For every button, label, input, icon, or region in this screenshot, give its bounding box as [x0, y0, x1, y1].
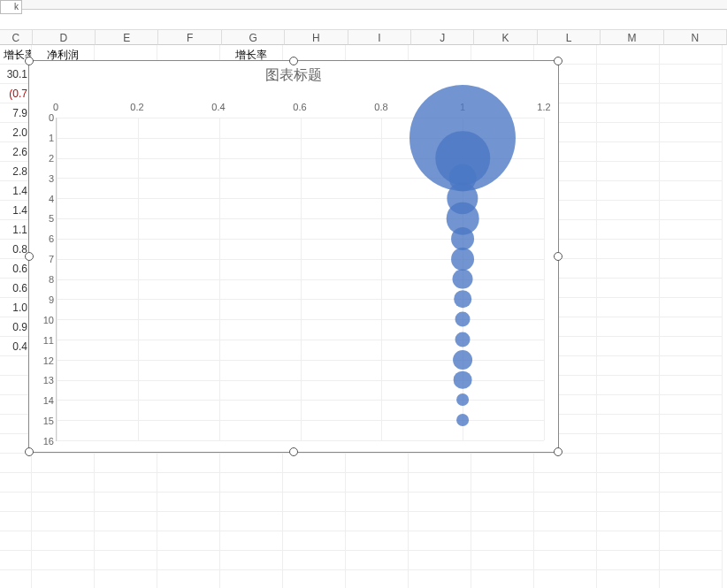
column-header[interactable]: K — [474, 29, 537, 45]
grid-cell[interactable] — [0, 376, 32, 395]
grid-cell[interactable] — [597, 45, 660, 65]
grid-cell[interactable] — [660, 551, 723, 570]
grid-cell[interactable] — [220, 570, 283, 588]
grid-cell[interactable] — [597, 493, 660, 512]
grid-cell[interactable] — [471, 570, 534, 588]
grid-cell[interactable] — [220, 473, 283, 493]
grid-cell[interactable] — [157, 454, 220, 473]
grid-cell[interactable]: 2.6 — [0, 142, 32, 162]
column-header[interactable]: I — [348, 29, 411, 45]
grid-cell[interactable] — [95, 512, 157, 531]
chart-bubble[interactable] — [453, 269, 473, 289]
grid-cell[interactable] — [597, 162, 660, 181]
grid-cell[interactable] — [597, 337, 660, 356]
grid-cell[interactable] — [32, 493, 95, 512]
grid-cell[interactable] — [597, 395, 660, 415]
grid-cell[interactable]: 2.8 — [0, 162, 32, 181]
grid-cell[interactable] — [597, 415, 660, 434]
grid-cell[interactable] — [283, 551, 346, 570]
column-header[interactable]: E — [96, 29, 158, 45]
grid-cell[interactable] — [660, 84, 723, 103]
grid-cell[interactable] — [32, 473, 95, 493]
grid-cell[interactable] — [95, 454, 157, 473]
grid-cell[interactable] — [0, 395, 32, 415]
grid-cell[interactable]: 0.6 — [0, 279, 32, 298]
grid-cell[interactable] — [220, 551, 283, 570]
grid-cell[interactable] — [597, 142, 660, 162]
grid-cell[interactable] — [346, 551, 409, 570]
column-header[interactable]: N — [664, 29, 727, 45]
chart-plot-area[interactable] — [56, 118, 544, 441]
grid-cell[interactable] — [409, 473, 471, 493]
column-header[interactable]: G — [222, 29, 285, 45]
chart-bubble[interactable] — [456, 414, 469, 426]
chart-bubble[interactable] — [453, 350, 472, 370]
grid-cell[interactable] — [409, 493, 471, 512]
grid-cell[interactable] — [597, 298, 660, 317]
grid-cell[interactable] — [534, 531, 597, 551]
column-header[interactable]: F — [158, 29, 221, 45]
grid-cell[interactable] — [597, 570, 660, 588]
grid-cell[interactable] — [597, 181, 660, 201]
grid-cell[interactable] — [660, 473, 723, 493]
grid-cell[interactable] — [283, 531, 346, 551]
grid-cell[interactable] — [409, 454, 471, 473]
resize-handle-br[interactable] — [554, 447, 562, 456]
grid-cell[interactable] — [346, 512, 409, 531]
grid-cell[interactable] — [0, 493, 32, 512]
chart-object[interactable]: 图表标题 00.20.40.60.811.2 01234567891011121… — [28, 60, 559, 453]
grid-cell[interactable] — [157, 531, 220, 551]
grid-cell[interactable]: 1.1 — [0, 220, 32, 240]
chart-bubble[interactable] — [455, 332, 471, 347]
grid-cell[interactable] — [95, 551, 157, 570]
grid-cell[interactable]: 0.9 — [0, 317, 32, 337]
grid-cell[interactable] — [95, 493, 157, 512]
grid-cell[interactable] — [597, 279, 660, 298]
grid-cell[interactable] — [471, 473, 534, 493]
resize-handle-mr[interactable] — [554, 252, 562, 261]
grid-cell[interactable] — [220, 493, 283, 512]
grid-cell[interactable] — [597, 65, 660, 84]
grid-cell[interactable] — [660, 415, 723, 434]
grid-cell[interactable] — [157, 570, 220, 588]
grid-cell[interactable] — [157, 512, 220, 531]
grid-cell[interactable] — [660, 570, 723, 588]
grid-cell[interactable] — [157, 473, 220, 493]
grid-cell[interactable]: 2.0 — [0, 123, 32, 142]
grid-cell[interactable] — [283, 473, 346, 493]
grid-cell[interactable] — [660, 201, 723, 220]
grid-cell[interactable] — [660, 337, 723, 356]
grid-cell[interactable] — [660, 434, 723, 454]
column-header[interactable]: J — [411, 29, 474, 45]
grid-cell[interactable] — [220, 454, 283, 473]
grid-cell[interactable] — [597, 201, 660, 220]
grid-cell[interactable]: 1.0 — [0, 298, 32, 317]
grid-cell[interactable] — [32, 454, 95, 473]
grid-cell[interactable] — [471, 512, 534, 531]
grid-cell[interactable]: 1.4 — [0, 181, 32, 201]
grid-cell[interactable] — [346, 493, 409, 512]
grid-cell[interactable] — [95, 473, 157, 493]
column-header[interactable]: D — [33, 29, 96, 45]
grid-cell[interactable] — [471, 531, 534, 551]
resize-handle-tm[interactable] — [289, 57, 298, 65]
grid-cell[interactable] — [660, 45, 723, 65]
column-header[interactable]: C — [0, 29, 33, 45]
chart-bubble[interactable] — [455, 312, 471, 327]
grid-cell[interactable]: (0.7 — [0, 84, 32, 103]
grid-cell[interactable] — [660, 317, 723, 337]
grid-cell[interactable] — [597, 317, 660, 337]
grid-cell[interactable] — [409, 531, 471, 551]
grid-cell[interactable]: 7.9 — [0, 103, 32, 123]
grid-cell[interactable] — [32, 531, 95, 551]
grid-cell[interactable] — [95, 570, 157, 588]
chart-title[interactable]: 图表标题 — [29, 66, 558, 86]
grid-cell[interactable] — [0, 356, 32, 376]
grid-cell[interactable] — [157, 551, 220, 570]
grid-cell[interactable] — [597, 473, 660, 493]
grid-cell[interactable] — [220, 531, 283, 551]
grid-cell[interactable] — [471, 551, 534, 570]
grid-cell[interactable] — [0, 512, 32, 531]
grid-cell[interactable] — [346, 454, 409, 473]
chart-bubble[interactable] — [454, 291, 471, 309]
